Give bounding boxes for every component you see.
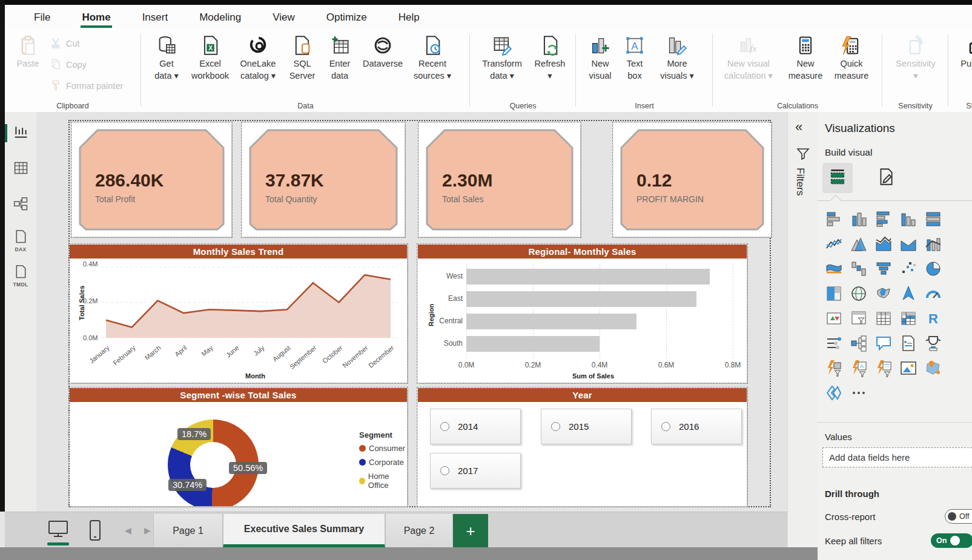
clustered-column-chart-icon[interactable]: [896, 206, 921, 231]
slicer-option-2014[interactable]: 2014: [430, 409, 521, 444]
recent-sources-button[interactable]: Recent sources ▾: [409, 35, 455, 82]
radio-icon[interactable]: [551, 422, 560, 431]
filled-map-icon[interactable]: [871, 281, 896, 306]
qa-visual-icon[interactable]: [871, 331, 896, 355]
stacked-bar-chart-icon[interactable]: [821, 206, 846, 231]
bar-central[interactable]: [466, 314, 636, 329]
paste-button[interactable]: Paste: [11, 35, 45, 70]
tab-modeling[interactable]: Modeling: [183, 6, 257, 28]
ribbon-chart-icon[interactable]: [821, 256, 846, 281]
image-visual-icon[interactable]: [896, 355, 921, 380]
slicer-option-2015[interactable]: 2015: [541, 409, 632, 444]
azure-map-icon[interactable]: [896, 281, 921, 306]
metrics-icon[interactable]: [921, 331, 945, 355]
new-page-button[interactable]: +: [453, 514, 488, 548]
text-box-button[interactable]: A Text box: [619, 35, 650, 82]
transform-data-button[interactable]: Transform data ▾: [475, 35, 529, 82]
values-field-well[interactable]: Add data fields here: [822, 447, 972, 467]
mobile-layout-button[interactable]: [88, 519, 102, 544]
area-chart-icon[interactable]: [846, 231, 871, 256]
clustered-bar-chart-icon[interactable]: [871, 206, 896, 231]
next-page-chevron[interactable]: ▶: [144, 525, 151, 535]
kpi-card-total-quantity[interactable]: 37.87K Total Quantity: [242, 123, 405, 237]
line-clustered-column-chart-icon[interactable]: [921, 231, 945, 256]
dax-query-view-button[interactable]: [11, 228, 30, 248]
filter-funnel-icon[interactable]: [796, 147, 810, 163]
tab-insert[interactable]: Insert: [127, 6, 184, 28]
scatter-chart-icon[interactable]: [896, 256, 921, 281]
excel-workbook-button[interactable]: X Excel workbook: [188, 35, 233, 82]
stacked-area-chart-icon[interactable]: [871, 231, 896, 256]
publish-button[interactable]: Publish: [954, 35, 972, 70]
enter-data-button[interactable]: Enter data: [322, 35, 357, 82]
sensitivity-button[interactable]: Sensitivity ▾: [890, 35, 941, 82]
page-tab-executive-sales-summary[interactable]: Executive Sales Summary: [223, 514, 385, 548]
more-visuals-ellipsis-icon[interactable]: [846, 380, 871, 405]
r-script-icon[interactable]: R: [921, 306, 945, 331]
kpi-card-profit-margin[interactable]: 0.12 PROFIT MARGIN: [613, 123, 771, 237]
line-chart-icon[interactable]: [821, 231, 846, 256]
line-stacked-column-chart-icon[interactable]: [896, 231, 921, 256]
stacked-column-chart-icon[interactable]: [846, 206, 871, 231]
tab-home[interactable]: Home: [66, 6, 126, 28]
new-measure-button[interactable]: New measure: [784, 35, 827, 82]
quick-measure-button[interactable]: Quick measure: [828, 35, 874, 82]
more-visuals-button[interactable]: More visuals ▾: [653, 35, 701, 82]
radio-icon[interactable]: [440, 422, 449, 431]
dynamic-text-icon[interactable]: A: [846, 355, 871, 380]
monthly-sales-trend-visual[interactable]: Monthly Sales Trend Total Sales 0.4M 0.2…: [70, 245, 407, 383]
hundred-stacked-bar-chart-icon[interactable]: [921, 206, 945, 231]
page-tab-1[interactable]: Page 1: [153, 514, 223, 548]
slicer-option-2017[interactable]: 2017: [430, 453, 521, 489]
tab-file[interactable]: File: [18, 6, 66, 28]
new-visual-button[interactable]: New visual: [583, 35, 618, 82]
sql-server-button[interactable]: SQL Server: [283, 35, 321, 82]
decomposition-tree-icon[interactable]: [846, 331, 871, 355]
radio-icon[interactable]: [661, 422, 670, 431]
pie-chart-icon[interactable]: [921, 256, 945, 281]
onelake-catalog-button[interactable]: OneLake catalog ▾: [234, 35, 282, 82]
tab-help[interactable]: Help: [383, 6, 435, 28]
cut-button[interactable]: Cut: [50, 36, 80, 52]
model-view-button[interactable]: [11, 196, 30, 215]
table-icon[interactable]: [871, 306, 896, 331]
dataverse-button[interactable]: Dataverse: [359, 35, 407, 70]
kpi-icon[interactable]: [821, 306, 846, 331]
smart-narrative-icon[interactable]: [896, 331, 921, 355]
new-visual-calculation-button[interactable]: fx New visual calculation ▾: [717, 35, 780, 82]
regional-monthly-sales-visual[interactable]: Regional- Monthly Sales Region WestEastC…: [418, 245, 747, 383]
segment-total-sales-visual[interactable]: Segment -wise Total Sales 50.56% 30.74% …: [70, 388, 407, 506]
format-visual-mode-button[interactable]: [871, 163, 901, 193]
treemap-icon[interactable]: [821, 281, 846, 306]
tmdl-view-button[interactable]: [11, 263, 30, 283]
year-slicer-visual[interactable]: Year 2014 2015 2016 2017: [418, 388, 747, 506]
keep-all-filters-toggle[interactable]: On: [931, 533, 972, 548]
kpi-card-total-profit[interactable]: 286.40K Total Profit: [72, 123, 231, 237]
filter-page-icon[interactable]: [846, 306, 871, 331]
tab-view[interactable]: View: [257, 6, 311, 28]
get-data-button[interactable]: Get data ▾: [147, 35, 187, 82]
page-tab-2[interactable]: Page 2: [385, 514, 453, 548]
copy-button[interactable]: Copy: [50, 58, 87, 73]
filters-pane-label[interactable]: Filters: [794, 168, 806, 196]
slicer-icon[interactable]: [821, 331, 846, 355]
gauge-icon[interactable]: [921, 281, 945, 306]
power-automate-icon[interactable]: [821, 355, 846, 380]
build-visual-mode-button[interactable]: [822, 163, 853, 193]
bar-south[interactable]: [466, 336, 600, 352]
tab-optimize[interactable]: Optimize: [311, 6, 383, 28]
prev-page-chevron[interactable]: ◀: [125, 525, 131, 535]
collapse-pane-button[interactable]: «: [795, 119, 802, 135]
bar-west[interactable]: [466, 269, 710, 285]
map-icon[interactable]: [846, 281, 871, 306]
desktop-layout-button[interactable]: [47, 519, 69, 541]
cross-report-toggle[interactable]: Off: [945, 509, 972, 524]
format-painter-button[interactable]: Format painter: [50, 79, 123, 94]
arcgis-map-icon[interactable]: [921, 355, 945, 380]
radio-icon[interactable]: [440, 466, 449, 475]
waterfall-chart-icon[interactable]: [846, 256, 871, 281]
table-view-button[interactable]: [11, 159, 30, 179]
paginated-report-icon[interactable]: [871, 355, 896, 380]
kpi-card-total-sales[interactable]: 2.30M Total Sales: [419, 123, 580, 237]
refresh-button[interactable]: Refresh ▾: [530, 35, 570, 82]
